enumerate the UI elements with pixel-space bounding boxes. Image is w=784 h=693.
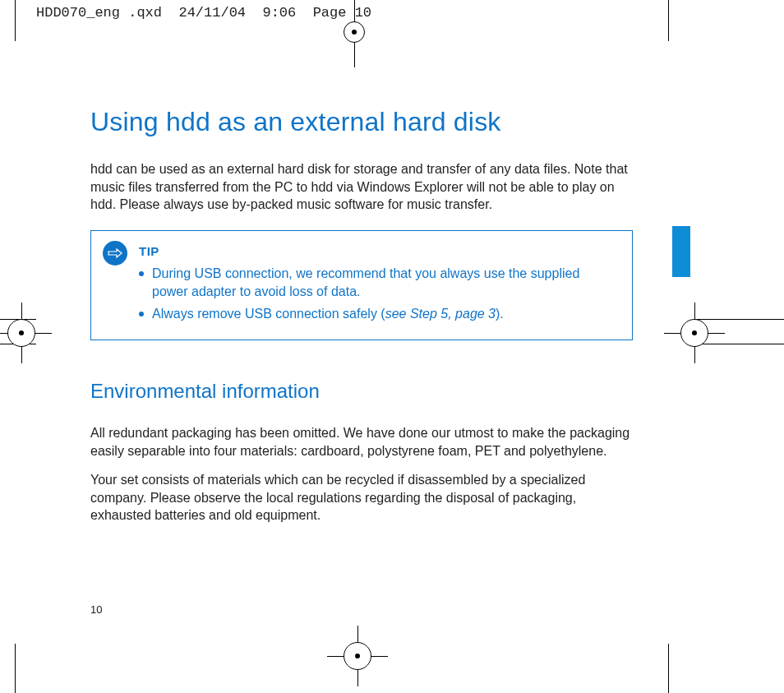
crop-mark	[668, 644, 669, 693]
registration-mark-icon	[344, 21, 365, 43]
paragraph: Your set consists of materials which can…	[90, 471, 633, 524]
tip-list: During USB connection, we recommend that…	[139, 265, 611, 323]
registration-mark-icon	[7, 319, 35, 347]
section-tab	[672, 226, 690, 277]
print-meta-header: HDD070_eng .qxd 24/11/04 9:06 Page 10	[36, 5, 371, 21]
page-number: 10	[90, 603, 102, 616]
registration-mark-icon	[344, 642, 371, 670]
crop-mark	[668, 0, 669, 41]
manual-page: HDD070_eng .qxd 24/11/04 9:06 Page 10 Us…	[0, 0, 784, 693]
paragraph: hdd can be used as an external hard disk…	[90, 160, 633, 214]
tip-callout: TIP During USB connection, we recommend …	[90, 230, 633, 340]
paragraph: All redundant packaging has been omitted…	[90, 424, 633, 460]
tip-item: During USB connection, we recommend that…	[139, 265, 611, 302]
tip-ref-open: (	[377, 307, 385, 321]
tip-item: Always remove USB connection safely (see…	[139, 305, 611, 323]
arrow-right-icon	[103, 241, 127, 266]
heading-environmental: Environmental information	[90, 380, 633, 403]
page-content: Using hdd as an external hard disk hdd c…	[90, 107, 633, 536]
tip-ref-close: ).	[496, 307, 504, 321]
tip-reference: see Step 5, page 3	[385, 307, 496, 321]
tip-item-text: Always remove USB connection safely	[152, 307, 377, 321]
tip-label: TIP	[139, 244, 611, 258]
crop-mark	[15, 0, 16, 41]
crop-mark	[15, 644, 16, 693]
heading-using-hdd: Using hdd as an external hard disk	[90, 107, 633, 137]
registration-mark-icon	[680, 319, 708, 347]
